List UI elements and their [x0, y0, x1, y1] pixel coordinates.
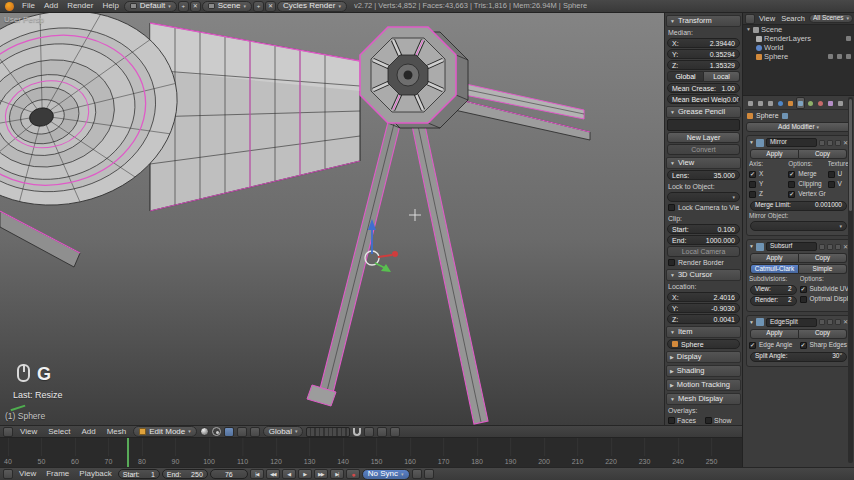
render-visibility-toggle[interactable]	[819, 244, 825, 250]
split-angle-field[interactable]: Split Angle:30°	[750, 352, 847, 362]
manipulator-rotate-icon[interactable]	[237, 427, 247, 437]
subdivisions-view-field[interactable]: View:2	[750, 285, 797, 295]
render-engine-selector[interactable]: Cycles Render ▾	[277, 1, 347, 12]
merge-limit-field[interactable]: Merge Limit:0.001000	[750, 201, 847, 211]
tab-material[interactable]	[816, 97, 825, 109]
median-y-field[interactable]: Y:0.35294	[667, 49, 740, 59]
renderability-camera-icon[interactable]	[846, 54, 851, 59]
mean-bevel-field[interactable]: Mean Bevel Weig0.00	[667, 94, 740, 104]
modifier-name-field[interactable]: EdgeSplit	[766, 318, 817, 327]
triangle-open-icon[interactable]: ▼	[749, 320, 754, 325]
tab-render[interactable]	[746, 97, 755, 109]
next-keyframe-button[interactable]: ▶▶	[314, 469, 328, 479]
modifier-header[interactable]: ▼ Mirror ✕	[749, 137, 848, 148]
viewport-menu-mesh[interactable]: Mesh	[103, 428, 131, 436]
edit-mode-toggle[interactable]	[835, 244, 841, 250]
record-button[interactable]: ●	[346, 469, 360, 479]
triangle-open-icon[interactable]: ▼	[746, 27, 751, 32]
outliner-item-scene[interactable]: ▼ Scene	[743, 25, 854, 34]
outliner-menu-search[interactable]: Search	[779, 15, 807, 23]
timeline-ruler[interactable]: 4050607080901001101201301401501601701801…	[0, 437, 742, 467]
tab-object[interactable]	[786, 97, 795, 109]
local-button[interactable]: Local	[704, 71, 740, 82]
manipulator-translate-icon[interactable]	[224, 427, 234, 437]
texture-v-checkbox[interactable]: V	[828, 180, 848, 189]
properties-scrollbar[interactable]	[848, 97, 853, 463]
median-x-field[interactable]: X:2.39440	[667, 38, 740, 48]
visibility-eye-icon[interactable]	[828, 54, 833, 59]
clip-end-field[interactable]: End:1000.000	[667, 235, 740, 245]
jump-to-end-button[interactable]: ▶|	[330, 469, 344, 479]
sync-mode-selector[interactable]: No Sync ▾	[362, 469, 410, 480]
outliner-item-renderlayers[interactable]: RenderLayers	[743, 34, 854, 43]
frame-start-field[interactable]: Start:1	[118, 469, 160, 479]
manipulator-scale-icon[interactable]	[250, 427, 260, 437]
add-modifier-button[interactable]: Add Modifier ▾	[746, 122, 851, 132]
play-reverse-button[interactable]: ◀	[282, 469, 296, 479]
outliner-item-sphere[interactable]: Sphere	[743, 52, 854, 61]
grease-pencil-layers-list[interactable]	[667, 119, 740, 131]
viewport-visibility-toggle[interactable]	[827, 319, 833, 325]
orientation-selector[interactable]: Global ▾	[263, 426, 304, 437]
lock-camera-checkbox[interactable]: Lock Camera to View	[668, 203, 739, 212]
outliner-item-world[interactable]: World	[743, 43, 854, 52]
panel-header-item[interactable]: ▼Item	[666, 326, 741, 338]
modifier-header[interactable]: ▼ Subsurf ✕	[749, 241, 848, 252]
render-visibility-toggle[interactable]	[819, 140, 825, 146]
selectability-icon[interactable]	[837, 54, 842, 59]
viewport-visibility-toggle[interactable]	[827, 140, 833, 146]
panel-header-mesh-display[interactable]: ▼Mesh Display	[666, 393, 741, 405]
outliner-menu-view[interactable]: View	[757, 15, 777, 23]
tab-scene[interactable]	[766, 97, 775, 109]
panel-header-3d-cursor[interactable]: ▼3D Cursor	[666, 269, 741, 281]
texture-u-checkbox[interactable]: U	[828, 170, 848, 179]
timeline-editor-icon[interactable]	[3, 469, 13, 479]
sharp-edges-checkbox[interactable]: ✓Sharp Edges	[800, 341, 849, 350]
catmull-clark-button[interactable]: Catmull-Clark	[750, 264, 799, 274]
cursor-x-field[interactable]: X:2.4016	[667, 292, 740, 302]
panel-header-shading[interactable]: ▶Shading	[666, 365, 741, 377]
cursor-z-field[interactable]: Z:0.0041	[667, 314, 740, 324]
subdivisions-render-field[interactable]: Render:2	[750, 296, 797, 306]
triangle-open-icon[interactable]: ▼	[749, 140, 754, 145]
screen-layout-selector[interactable]: Default ▾	[124, 1, 177, 12]
new-layer-button[interactable]: New Layer	[667, 132, 740, 143]
timeline-menu-playback[interactable]: Playback	[75, 470, 115, 478]
item-name-field[interactable]: Sphere	[667, 339, 740, 349]
modifier-name-field[interactable]: Mirror	[766, 138, 817, 147]
subdivide-uvs-checkbox[interactable]: ✓Subdivide UVs	[800, 285, 849, 294]
tab-modifiers[interactable]	[796, 97, 805, 109]
axis-y-checkbox[interactable]: Y	[749, 180, 786, 189]
apply-button[interactable]: Apply	[750, 253, 799, 263]
timeline-menu-frame[interactable]: Frame	[42, 470, 73, 478]
mode-selector[interactable]: Edit Mode ▾	[133, 426, 197, 437]
outliner-scope-selector[interactable]: All Scenes ▾	[809, 14, 853, 23]
camera-icon[interactable]	[846, 36, 851, 41]
frame-end-field[interactable]: End:250	[162, 469, 208, 479]
edit-mode-toggle[interactable]	[835, 319, 841, 325]
layout-close-button[interactable]: ✕	[190, 1, 201, 12]
menu-render[interactable]: Render	[63, 2, 97, 10]
3d-viewport[interactable]: User Persp G Last: Resize (1) Sphere	[0, 13, 664, 425]
copy-button[interactable]: Copy	[799, 253, 847, 263]
edge-angle-checkbox[interactable]: ✓Edge Angle	[749, 341, 798, 350]
edit-mode-toggle[interactable]	[835, 140, 841, 146]
render-opengl-icon[interactable]	[377, 427, 387, 437]
auto-keyframe-icon[interactable]	[412, 469, 422, 479]
apply-button[interactable]: Apply	[750, 149, 799, 159]
apply-button[interactable]: Apply	[750, 329, 799, 339]
merge-checkbox[interactable]: ✓Merge	[788, 170, 825, 179]
viewport-menu-add[interactable]: Add	[77, 428, 99, 436]
copy-button[interactable]: Copy	[799, 329, 847, 339]
panel-header-view[interactable]: ▼View	[666, 157, 741, 169]
copy-button[interactable]: Copy	[799, 149, 847, 159]
menu-help[interactable]: Help	[98, 2, 122, 10]
triangle-open-icon[interactable]: ▼	[749, 244, 754, 249]
scene-close-button[interactable]: ✕	[265, 1, 276, 12]
panel-header-motion-tracking[interactable]: ▶Motion Tracking	[666, 379, 741, 391]
current-frame-field[interactable]: 76	[210, 469, 248, 479]
render-border-checkbox[interactable]: Render Border	[668, 258, 739, 267]
vertex-groups-checkbox[interactable]: ✓Vertex Gr	[788, 190, 825, 199]
render-visibility-toggle[interactable]	[819, 319, 825, 325]
viewport-canvas[interactable]	[0, 13, 664, 425]
